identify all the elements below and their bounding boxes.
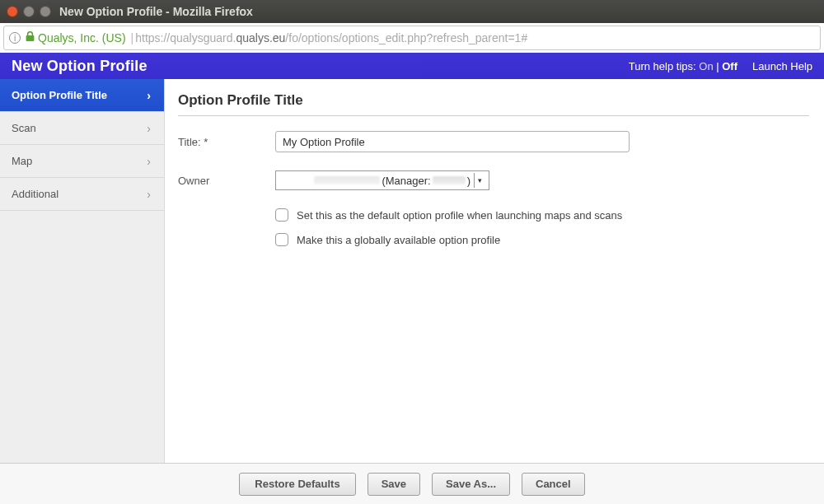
sidebar-item-option-profile-title[interactable]: Option Profile Title › (0, 79, 164, 112)
default-profile-checkbox[interactable] (275, 208, 288, 222)
minimize-window-icon[interactable] (23, 6, 35, 17)
url-post: /fo/options/options_edit.php?refresh_par… (285, 31, 527, 44)
help-tips-label: Turn help tips: (629, 60, 696, 72)
owner-select[interactable]: (Manager: ) ▾ (275, 170, 489, 190)
sidebar-item-additional[interactable]: Additional › (0, 178, 164, 211)
owner-label: Owner (178, 175, 275, 187)
chevron-right-icon: › (147, 89, 151, 102)
url-separator: | (131, 31, 134, 44)
window-controls (7, 6, 51, 17)
url-text: https://qualysguard.qualys.eu/fo/options… (135, 31, 527, 44)
help-tips-toggle: Turn help tips: On | Off (629, 60, 737, 72)
default-profile-label: Set this as the default option profile w… (297, 209, 622, 222)
redacted-text (314, 176, 380, 184)
owner-display-text: (Manager: (382, 175, 430, 187)
url-pre: https://qualysguard. (135, 31, 236, 44)
global-profile-checkbox-row: Make this a globally available option pr… (275, 233, 809, 246)
footer-buttons: Restore Defaults Save Save As... Cancel (0, 463, 824, 504)
title-input[interactable] (275, 131, 630, 152)
lock-icon (26, 31, 35, 44)
global-profile-label: Make this a globally available option pr… (297, 234, 500, 246)
sidebar-item-label: Option Profile Title (12, 89, 107, 101)
global-profile-checkbox[interactable] (275, 233, 288, 246)
help-tips-sep: | (714, 60, 723, 72)
restore-defaults-button[interactable]: Restore Defaults (239, 473, 355, 496)
owner-field-row: Owner (Manager: ) ▾ (178, 170, 809, 190)
chevron-right-icon: › (147, 122, 151, 135)
site-identity-org: Qualys, Inc. (US) (38, 31, 126, 44)
content-heading: Option Profile Title (178, 92, 809, 116)
sidebar-item-map[interactable]: Map › (0, 145, 164, 178)
help-tips-on[interactable]: On (699, 60, 713, 72)
title-field-row: Title: * (178, 131, 809, 152)
title-label: Title: * (178, 136, 275, 148)
sidebar-item-label: Additional (12, 188, 59, 200)
chevron-right-icon: › (147, 155, 151, 168)
content-panel: Option Profile Title Title: * Owner (Man… (165, 79, 824, 463)
sidebar-item-label: Scan (12, 122, 36, 134)
window-title: New Option Profile - Mozilla Firefox (59, 5, 253, 18)
maximize-window-icon[interactable] (40, 6, 51, 17)
address-bar[interactable]: i Qualys, Inc. (US) | https://qualysguar… (3, 26, 821, 50)
page-title: New Option Profile (12, 58, 147, 75)
os-titlebar: New Option Profile - Mozilla Firefox (0, 0, 824, 23)
cancel-button[interactable]: Cancel (522, 473, 585, 496)
dropdown-arrow-icon: ▾ (474, 173, 485, 188)
sidebar: Option Profile Title › Scan › Map › Addi… (0, 79, 165, 463)
sidebar-item-label: Map (12, 155, 32, 167)
launch-help-link[interactable]: Launch Help (752, 60, 812, 72)
site-info-icon[interactable]: i (9, 32, 21, 44)
page-header: New Option Profile Turn help tips: On | … (0, 53, 824, 79)
sidebar-item-scan[interactable]: Scan › (0, 112, 164, 145)
default-profile-checkbox-row: Set this as the default option profile w… (275, 208, 809, 222)
chevron-right-icon: › (147, 188, 151, 201)
help-tips-off[interactable]: Off (722, 60, 737, 72)
close-window-icon[interactable] (7, 6, 18, 17)
owner-display-close: ) (467, 175, 471, 187)
save-as-button[interactable]: Save As... (432, 473, 510, 496)
url-host: qualys.eu (236, 31, 285, 44)
save-button[interactable]: Save (368, 473, 420, 496)
redacted-text (433, 176, 466, 184)
